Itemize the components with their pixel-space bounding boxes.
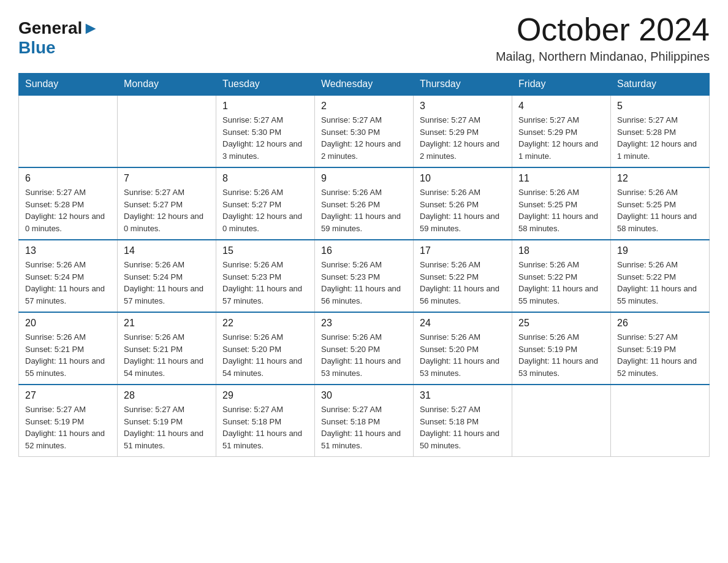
calendar-table: SundayMondayTuesdayWednesdayThursdayFrid… [18, 73, 710, 457]
calendar-header-saturday: Saturday [611, 74, 710, 96]
day-info: Sunrise: 5:27 AM Sunset: 5:18 PM Dayligh… [321, 404, 407, 451]
calendar-header-row: SundayMondayTuesdayWednesdayThursdayFrid… [19, 74, 710, 96]
sunrise: Sunrise: 5:26 AM [518, 331, 604, 343]
day-info: Sunrise: 5:27 AM Sunset: 5:30 PM Dayligh… [321, 114, 407, 162]
day-number: 14 [124, 245, 210, 256]
day-info: Sunrise: 5:26 AM Sunset: 5:27 PM Dayligh… [222, 186, 308, 234]
sunrise: Sunrise: 5:27 AM [124, 186, 210, 199]
calendar-cell-11: 11 Sunrise: 5:26 AM Sunset: 5:25 PM Dayl… [512, 167, 611, 240]
day-number: 20 [25, 318, 111, 329]
sunset: Sunset: 5:25 PM [617, 199, 703, 211]
sunrise: Sunrise: 5:27 AM [420, 114, 506, 126]
day-info: Sunrise: 5:27 AM Sunset: 5:28 PM Dayligh… [25, 186, 111, 234]
daylight: Daylight: 11 hours and 54 minutes. [222, 355, 308, 379]
sunrise: Sunrise: 5:27 AM [222, 114, 308, 126]
daylight: Daylight: 11 hours and 53 minutes. [420, 355, 506, 379]
sunset: Sunset: 5:26 PM [321, 199, 407, 211]
calendar-cell-12: 12 Sunrise: 5:26 AM Sunset: 5:25 PM Dayl… [611, 167, 710, 240]
daylight: Daylight: 12 hours and 2 minutes. [321, 138, 407, 162]
day-info: Sunrise: 5:26 AM Sunset: 5:24 PM Dayligh… [124, 259, 210, 307]
sunrise: Sunrise: 5:26 AM [617, 186, 703, 199]
day-info: Sunrise: 5:26 AM Sunset: 5:22 PM Dayligh… [518, 259, 604, 307]
day-info: Sunrise: 5:26 AM Sunset: 5:20 PM Dayligh… [420, 331, 506, 379]
calendar-cell-empty [611, 385, 710, 457]
day-number: 19 [617, 245, 703, 256]
sunset: Sunset: 5:19 PM [518, 343, 604, 356]
sunrise: Sunrise: 5:26 AM [420, 331, 506, 343]
daylight: Daylight: 12 hours and 1 minute. [518, 138, 604, 162]
day-info: Sunrise: 5:26 AM Sunset: 5:26 PM Dayligh… [420, 186, 506, 234]
day-info: Sunrise: 5:27 AM Sunset: 5:30 PM Dayligh… [222, 114, 308, 162]
daylight: Daylight: 12 hours and 0 minutes. [124, 210, 210, 234]
calendar-week-1: 1 Sunrise: 5:27 AM Sunset: 5:30 PM Dayli… [19, 95, 710, 167]
logo-blue-text: Blue [18, 38, 56, 58]
day-info: Sunrise: 5:27 AM Sunset: 5:19 PM Dayligh… [617, 331, 703, 379]
daylight: Daylight: 12 hours and 0 minutes. [222, 210, 308, 234]
calendar-cell-empty [118, 95, 216, 167]
daylight: Daylight: 11 hours and 50 minutes. [420, 427, 506, 451]
sunrise: Sunrise: 5:26 AM [222, 331, 308, 343]
daylight: Daylight: 11 hours and 51 minutes. [222, 427, 308, 451]
sunset: Sunset: 5:22 PM [617, 271, 703, 283]
sunset: Sunset: 5:19 PM [25, 416, 111, 428]
day-info: Sunrise: 5:26 AM Sunset: 5:21 PM Dayligh… [124, 331, 210, 379]
day-number: 28 [124, 390, 210, 401]
calendar-header-friday: Friday [512, 74, 611, 96]
day-info: Sunrise: 5:27 AM Sunset: 5:28 PM Dayligh… [617, 114, 703, 162]
daylight: Daylight: 11 hours and 52 minutes. [617, 355, 703, 379]
day-number: 12 [617, 173, 703, 184]
day-info: Sunrise: 5:26 AM Sunset: 5:21 PM Dayligh… [25, 331, 111, 379]
sunset: Sunset: 5:22 PM [518, 271, 604, 283]
sunrise: Sunrise: 5:27 AM [222, 404, 308, 416]
calendar-cell-30: 30 Sunrise: 5:27 AM Sunset: 5:18 PM Dayl… [315, 385, 414, 457]
sunrise: Sunrise: 5:26 AM [124, 331, 210, 343]
calendar-cell-24: 24 Sunrise: 5:26 AM Sunset: 5:20 PM Dayl… [414, 312, 512, 385]
calendar-cell-25: 25 Sunrise: 5:26 AM Sunset: 5:19 PM Dayl… [512, 312, 611, 385]
daylight: Daylight: 11 hours and 54 minutes. [124, 355, 210, 379]
sunrise: Sunrise: 5:27 AM [321, 114, 407, 126]
day-number: 4 [518, 101, 604, 112]
page-header: General► Blue October 2024 Mailag, North… [18, 12, 710, 64]
day-info: Sunrise: 5:27 AM Sunset: 5:19 PM Dayligh… [124, 404, 210, 451]
calendar-cell-8: 8 Sunrise: 5:26 AM Sunset: 5:27 PM Dayli… [216, 167, 315, 240]
day-number: 1 [222, 101, 308, 112]
calendar-header-sunday: Sunday [19, 74, 118, 96]
day-info: Sunrise: 5:26 AM Sunset: 5:23 PM Dayligh… [222, 259, 308, 307]
sunrise: Sunrise: 5:26 AM [25, 259, 111, 271]
day-info: Sunrise: 5:26 AM Sunset: 5:22 PM Dayligh… [617, 259, 703, 307]
calendar-header-wednesday: Wednesday [315, 74, 414, 96]
location: Mailag, Northern Mindanao, Philippines [496, 50, 710, 64]
calendar-cell-3: 3 Sunrise: 5:27 AM Sunset: 5:29 PM Dayli… [414, 95, 512, 167]
day-number: 27 [25, 390, 111, 401]
calendar-cell-15: 15 Sunrise: 5:26 AM Sunset: 5:23 PM Dayl… [216, 240, 315, 312]
daylight: Daylight: 11 hours and 59 minutes. [420, 210, 506, 234]
sunset: Sunset: 5:29 PM [420, 126, 506, 139]
day-number: 5 [617, 101, 703, 112]
calendar-cell-6: 6 Sunrise: 5:27 AM Sunset: 5:28 PM Dayli… [19, 167, 118, 240]
sunset: Sunset: 5:27 PM [222, 199, 308, 211]
sunset: Sunset: 5:24 PM [124, 271, 210, 283]
calendar-cell-20: 20 Sunrise: 5:26 AM Sunset: 5:21 PM Dayl… [19, 312, 118, 385]
calendar-cell-16: 16 Sunrise: 5:26 AM Sunset: 5:23 PM Dayl… [315, 240, 414, 312]
sunset: Sunset: 5:22 PM [420, 271, 506, 283]
daylight: Daylight: 12 hours and 1 minute. [617, 138, 703, 162]
sunset: Sunset: 5:28 PM [25, 199, 111, 211]
calendar-cell-26: 26 Sunrise: 5:27 AM Sunset: 5:19 PM Dayl… [611, 312, 710, 385]
sunrise: Sunrise: 5:27 AM [617, 331, 703, 343]
daylight: Daylight: 11 hours and 56 minutes. [420, 283, 506, 307]
sunrise: Sunrise: 5:27 AM [518, 114, 604, 126]
sunrise: Sunrise: 5:26 AM [124, 259, 210, 271]
month-title: October 2024 [496, 12, 710, 47]
daylight: Daylight: 11 hours and 53 minutes. [321, 355, 407, 379]
calendar-header-thursday: Thursday [414, 74, 512, 96]
sunrise: Sunrise: 5:26 AM [321, 186, 407, 199]
sunrise: Sunrise: 5:27 AM [617, 114, 703, 126]
sunset: Sunset: 5:18 PM [420, 416, 506, 428]
daylight: Daylight: 11 hours and 58 minutes. [617, 210, 703, 234]
calendar-cell-31: 31 Sunrise: 5:27 AM Sunset: 5:18 PM Dayl… [414, 385, 512, 457]
calendar-cell-23: 23 Sunrise: 5:26 AM Sunset: 5:20 PM Dayl… [315, 312, 414, 385]
day-number: 22 [222, 318, 308, 329]
calendar-cell-10: 10 Sunrise: 5:26 AM Sunset: 5:26 PM Dayl… [414, 167, 512, 240]
daylight: Daylight: 11 hours and 57 minutes. [222, 283, 308, 307]
sunrise: Sunrise: 5:26 AM [321, 331, 407, 343]
